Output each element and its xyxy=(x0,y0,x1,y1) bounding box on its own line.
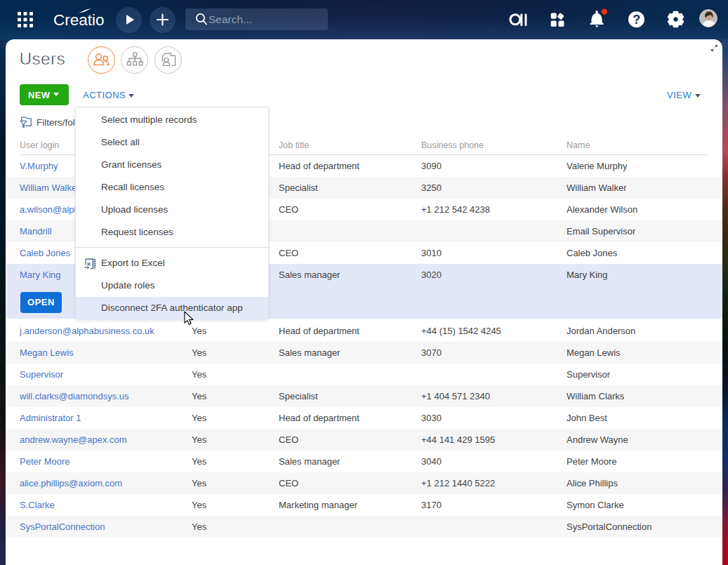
svg-text:?: ? xyxy=(633,13,640,27)
